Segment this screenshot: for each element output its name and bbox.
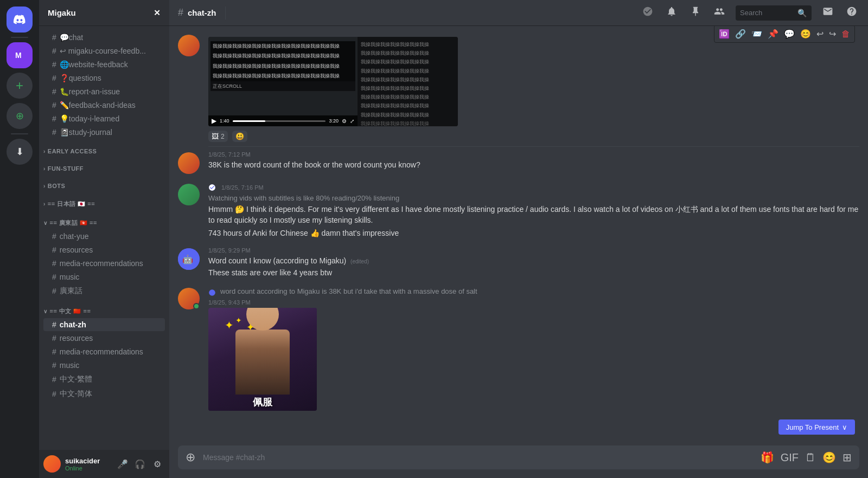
sidebar-item-resources-zh[interactable]: # resources	[43, 332, 165, 345]
hash-icon: #	[52, 287, 56, 295]
message-header-3: 1/8/25, 7:16 PM	[208, 183, 859, 191]
deafen-button[interactable]: 🎧	[132, 456, 148, 471]
message-text-3c: 743 hours of Anki for Chinese 👍 damn tha…	[208, 228, 859, 239]
sidebar-item-simplified[interactable]: # 中文-简体	[43, 387, 165, 401]
server-name: Migaku	[48, 8, 76, 17]
search-bar[interactable]: 🔍	[736, 5, 812, 21]
server-header[interactable]: Migaku ✕	[39, 0, 169, 26]
attach-button[interactable]: ⊕	[184, 449, 196, 466]
hash-icon: #	[52, 334, 56, 343]
avatar-4: 🤖	[178, 248, 200, 270]
category-japanese[interactable]: › == 日本語 🇯🇵 ==	[39, 191, 169, 210]
message-input[interactable]	[203, 447, 753, 468]
search-input[interactable]	[740, 9, 794, 17]
hash-icon: #	[52, 101, 56, 109]
server-dropdown-icon: ✕	[154, 8, 161, 18]
hash-icon: #	[52, 273, 56, 281]
reaction-smile[interactable]: 😃	[232, 131, 247, 142]
pin-icon[interactable]	[688, 4, 703, 22]
user-info: suikacider Online	[65, 457, 111, 471]
sidebar-item-chat-zh[interactable]: # chat-zh	[43, 318, 165, 331]
video-embed: 我操我操我操我操我操我操我操我操我操我操我操我操我操 我操我操我操我操我操我操我…	[208, 37, 458, 126]
gif-button[interactable]: GIF	[780, 450, 800, 465]
emoji-button[interactable]: 😊	[821, 450, 837, 465]
avatar-3	[178, 184, 200, 205]
migaku-server-icon[interactable]: M	[7, 42, 33, 68]
activity-button[interactable]: ⊞	[841, 450, 853, 465]
download-button[interactable]: ⬇	[7, 139, 33, 165]
gift-button[interactable]: 🎁	[760, 450, 775, 465]
sidebar-item-feedback[interactable]: # ✏️feedback-and-ideas	[43, 99, 165, 112]
discover-servers-button[interactable]: ⊕	[7, 103, 33, 129]
forward-icon[interactable]: 📨	[749, 27, 764, 41]
thread-icon[interactable]	[640, 4, 655, 22]
channel-sidebar: Migaku ✕ # 💬chat # ↩ migaku-course-feedb…	[39, 0, 169, 478]
message-group-5: word count according to Migaku is 38K bu…	[178, 287, 859, 410]
message-timestamp-5: 1/8/25, 9:43 PM	[208, 299, 251, 306]
sidebar-item-questions[interactable]: # ❓questions	[43, 72, 165, 85]
hash-icon: #	[52, 320, 56, 329]
sidebar-item-report[interactable]: # 🐛report-an-issue	[43, 85, 165, 98]
sidebar-item-course-feedback[interactable]: # ↩ migaku-course-feedb...	[43, 44, 165, 57]
message-text-4a: Word count I know (according to Migaku) …	[208, 256, 859, 267]
user-controls: 🎤 🎧 ⚙	[115, 456, 165, 471]
hash-icon: #	[52, 47, 56, 55]
sidebar-item-study-journal[interactable]: # 📓study-journal	[43, 126, 165, 139]
sidebar-item-website-feedback[interactable]: # 🌐website-feedback	[43, 58, 165, 71]
sidebar-item-music-yue[interactable]: # music	[43, 270, 165, 283]
discord-home-button[interactable]	[7, 7, 33, 33]
link-icon[interactable]: 🔗	[733, 27, 748, 41]
jump-to-present-button[interactable]: Jump To Present ∨	[778, 419, 855, 435]
sidebar-item-media-yue[interactable]: # media-recommendations	[43, 257, 165, 270]
svg-text:M: M	[15, 51, 22, 60]
undo-icon[interactable]: ↩	[814, 27, 826, 41]
sidebar-item-chat-yue[interactable]: # chat-yue	[43, 230, 165, 243]
chevron-down-icon: ∨	[43, 308, 48, 314]
channel-hash-icon: #	[178, 7, 183, 18]
mute-button[interactable]: 🎤	[115, 456, 130, 471]
chat-header: # chat-zh 🔍	[169, 0, 868, 26]
edited-label: (edited)	[350, 259, 369, 264]
chevron-right-icon: ›	[43, 166, 46, 172]
add-server-button[interactable]: +	[7, 73, 33, 99]
bell-off-icon[interactable]	[664, 4, 679, 22]
sidebar-item-cantonese[interactable]: # 廣東話	[43, 284, 165, 298]
settings-button[interactable]: ⚙	[150, 456, 165, 471]
chevron-down-icon: ∨	[43, 220, 48, 226]
category-bots[interactable]: › BOTS	[39, 174, 169, 191]
header-divider	[225, 7, 226, 20]
sticker-button[interactable]: 🗒	[804, 450, 817, 465]
members-icon[interactable]	[712, 4, 727, 22]
sidebar-item-til[interactable]: # 💡today-i-learned	[43, 112, 165, 125]
help-icon[interactable]	[844, 4, 859, 22]
pin-msg-icon[interactable]: 📌	[765, 27, 781, 41]
search-icon: 🔍	[797, 9, 807, 17]
sidebar-item-resources-yue[interactable]: # resources	[43, 243, 165, 256]
inbox-icon[interactable]	[820, 4, 835, 22]
messages-area[interactable]: 我操我操我操我操我操我操我操我操我操我操我操我操我操 我操我操我操我操我操我操我…	[169, 26, 868, 445]
sidebar-item-traditional[interactable]: # 中文-繁體	[43, 372, 165, 386]
sidebar-item-media-zh[interactable]: # media-recommendations	[43, 345, 165, 358]
message-input-area: Jump To Present ∨ ⊕ 🎁 GIF 🗒 😊 ⊞	[169, 445, 868, 478]
message-image-5: ✦ ✦ ✦ 佩服	[208, 308, 859, 411]
sidebar-item-music-zh[interactable]: # music	[43, 359, 165, 372]
category-chinese[interactable]: ∨ == 中文 🇨🇳 ==	[39, 299, 169, 318]
app-icon[interactable]: 🆔	[717, 27, 732, 41]
category-fun-stuff[interactable]: › FUN-STUFF	[39, 157, 169, 174]
message-header-4: 1/8/25, 9:29 PM	[208, 247, 859, 254]
reaction-image[interactable]: 🖼 2	[208, 131, 228, 142]
category-early-access[interactable]: › EARLY ACCESS	[39, 139, 169, 157]
delete-icon[interactable]: 🗑	[839, 27, 852, 41]
author-3	[208, 183, 217, 191]
user-status: Online	[65, 465, 111, 471]
message-group-4: 🤖 1/8/25, 9:29 PM Word count I know (acc…	[178, 247, 859, 278]
message-text-3a: Watching vids with subtitles is like 80%…	[208, 193, 859, 203]
sidebar-item-chat[interactable]: # 💬chat	[43, 31, 165, 44]
server-divider-2	[11, 133, 28, 134]
quote-icon[interactable]: 💬	[782, 27, 797, 41]
message-content: 我操我操我操我操我操我操我操我操我操我操我操我操我操 我操我操我操我操我操我操我…	[208, 35, 859, 142]
channel-title: chat-zh	[188, 8, 216, 17]
redo-icon[interactable]: ↪	[827, 27, 838, 41]
category-cantonese[interactable]: ∨ == 廣東話 🇭🇰 ==	[39, 210, 169, 229]
react-icon[interactable]: 😊	[798, 27, 813, 41]
